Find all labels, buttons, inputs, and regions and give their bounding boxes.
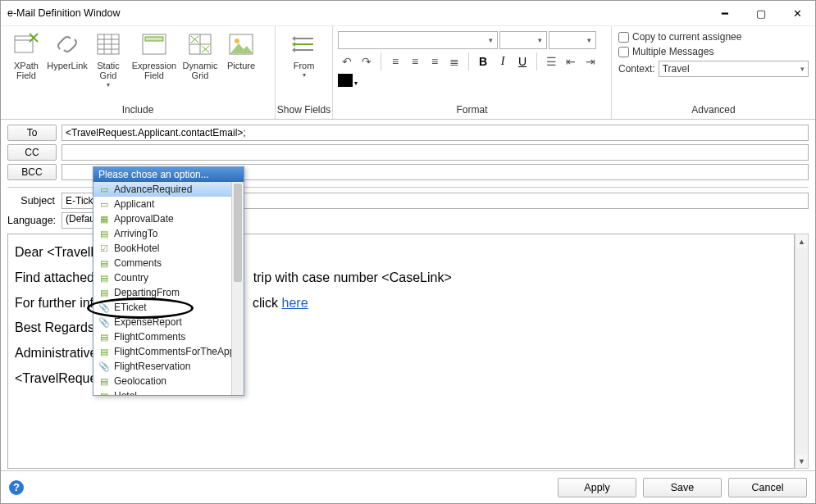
popup-item-applicant[interactable]: ▭Applicant (93, 197, 244, 211)
static-grid-icon (95, 31, 121, 57)
popup-item-comments[interactable]: ▤Comments (93, 256, 244, 270)
attachment-icon: 📎 (98, 361, 110, 372)
popup-item-arrivingto[interactable]: ▤ArrivingTo (93, 226, 244, 241)
static-grid-button[interactable]: Static Grid ▾ (88, 30, 129, 89)
field-icon: ▤ (98, 346, 110, 357)
field-icon: ▤ (98, 228, 110, 239)
hyperlink-button[interactable]: HyperLink (47, 30, 88, 70)
hyperlink-icon (54, 31, 80, 57)
save-button[interactable]: Save (643, 478, 722, 497)
italic-button[interactable]: I (494, 52, 512, 70)
to-input[interactable] (62, 125, 809, 141)
copy-assignee-checkbox[interactable]: Copy to current assignee (618, 30, 809, 44)
indent-button[interactable]: ⇥ (581, 52, 599, 70)
field-icon: ▤ (98, 331, 110, 343)
from-icon (291, 31, 317, 57)
popup-item-expensereport[interactable]: 📎ExpenseReport (93, 315, 244, 329)
font-size-combo[interactable]: ▾ (499, 31, 547, 49)
here-link[interactable]: here (282, 296, 308, 310)
align-right-button[interactable]: ≡ (426, 52, 444, 70)
xpath-field-icon (13, 31, 39, 57)
expression-field-button[interactable]: Expression Field (129, 30, 180, 80)
from-button[interactable]: From ▾ (284, 30, 325, 79)
popup-item-flightcommentsfortheappl[interactable]: ▤FlightCommentsForTheAppl (93, 344, 244, 359)
bullet-list-button[interactable]: ☰ (542, 52, 560, 70)
dynamic-grid-label: Dynamic Grid (183, 61, 218, 80)
font-color-button[interactable]: ▾ (338, 74, 359, 87)
close-button[interactable]: ✕ (779, 1, 815, 25)
popup-item-flightcomments[interactable]: ▤FlightComments (93, 329, 244, 344)
attachment-icon: 📎 (98, 316, 110, 328)
field-icon: ▤ (98, 390, 110, 395)
picture-button[interactable]: Picture (221, 30, 262, 70)
field-icon: ▤ (98, 257, 110, 269)
popup-item-geolocation[interactable]: ▤Geolocation (93, 374, 244, 388)
field-icon: ▤ (98, 375, 110, 387)
bold-button[interactable]: B (474, 52, 492, 70)
chevron-down-icon: ▾ (484, 36, 497, 44)
scroll-up-icon[interactable]: ▲ (795, 234, 808, 248)
title-bar: e-Mail Definition Window ━ ▢ ✕ (1, 1, 815, 25)
cancel-button[interactable]: Cancel (728, 478, 807, 497)
popup-item-hotel[interactable]: ▤Hotel (93, 388, 244, 395)
color-swatch-icon (338, 74, 353, 87)
maximize-button[interactable]: ▢ (743, 1, 779, 25)
popup-item-label: AdvanceRequired (114, 184, 192, 195)
popup-item-label: Hotel (114, 390, 137, 395)
expression-field-icon (141, 31, 167, 57)
apply-button[interactable]: Apply (558, 478, 636, 497)
underline-button[interactable]: U (513, 52, 531, 70)
hyperlink-label: HyperLink (47, 61, 88, 70)
xpath-field-button[interactable]: XPath Field (6, 30, 47, 80)
ribbon: XPath Field HyperLink Static Grid ▾ (1, 25, 815, 120)
popup-item-label: FlightComments (114, 331, 185, 343)
scroll-down-icon[interactable]: ▼ (795, 454, 808, 468)
dynamic-grid-button[interactable]: Dynamic Grid (180, 30, 221, 80)
multiple-messages-checkbox[interactable]: Multiple Messages (618, 44, 809, 59)
svg-point-15 (235, 39, 239, 43)
redo-button[interactable]: ↷ (358, 52, 376, 70)
chevron-down-icon: ▾ (533, 36, 546, 44)
chevron-down-icon: ▾ (353, 79, 359, 87)
footer: ? Apply Save Cancel (1, 470, 815, 503)
cc-button[interactable]: CC (7, 144, 57, 161)
svg-marker-20 (292, 42, 295, 47)
xpath-field-label: XPath Field (14, 61, 39, 80)
popup-item-flightreservation[interactable]: 📎FlightReservation (93, 359, 244, 374)
popup-item-label: ArrivingTo (114, 228, 157, 239)
field-icon: ▦ (98, 213, 110, 225)
dynamic-grid-icon (187, 31, 213, 57)
editor-scrollbar[interactable]: ▲ ▼ (795, 234, 809, 469)
context-select[interactable]: Travel (659, 61, 809, 77)
picture-icon (228, 31, 254, 57)
field-icon: ▤ (98, 287, 110, 298)
popup-item-departingfrom[interactable]: ▤DepartingFrom (93, 285, 244, 300)
popup-scrollbar[interactable] (231, 182, 244, 395)
from-label: From (294, 61, 315, 70)
help-icon[interactable]: ? (9, 480, 24, 495)
align-left-button[interactable]: ≡ (386, 52, 404, 70)
outdent-button[interactable]: ⇤ (562, 52, 580, 70)
align-center-button[interactable]: ≡ (406, 52, 424, 70)
spacing-combo[interactable]: ▾ (549, 31, 596, 49)
undo-button[interactable]: ↶ (338, 52, 356, 70)
window-title: e-Mail Definition Window (7, 7, 707, 19)
font-family-combo[interactable]: ▾ (338, 31, 498, 49)
popup-item-country[interactable]: ▤Country (93, 270, 244, 285)
svg-rect-9 (145, 37, 163, 41)
to-button[interactable]: To (7, 125, 57, 141)
bcc-button[interactable]: BCC (7, 164, 57, 180)
align-justify-button[interactable]: ≣ (445, 52, 463, 70)
popup-item-advancerequired[interactable]: ▭AdvanceRequired (93, 182, 244, 197)
cc-input[interactable] (62, 144, 809, 161)
static-grid-label: Static Grid (97, 61, 120, 80)
language-label: Language: (7, 215, 57, 226)
chevron-down-icon: ▾ (582, 36, 595, 44)
popup-item-eticket[interactable]: 📎ETicket (93, 300, 244, 315)
popup-item-bookhotel[interactable]: ☑BookHotel (93, 241, 244, 256)
popup-item-approvaldate[interactable]: ▦ApprovalDate (93, 211, 244, 226)
svg-marker-21 (292, 48, 295, 52)
minimize-button[interactable]: ━ (707, 1, 743, 25)
show-fields-group-label: Show Fields (276, 102, 332, 119)
attachment-icon: 📎 (98, 302, 110, 313)
